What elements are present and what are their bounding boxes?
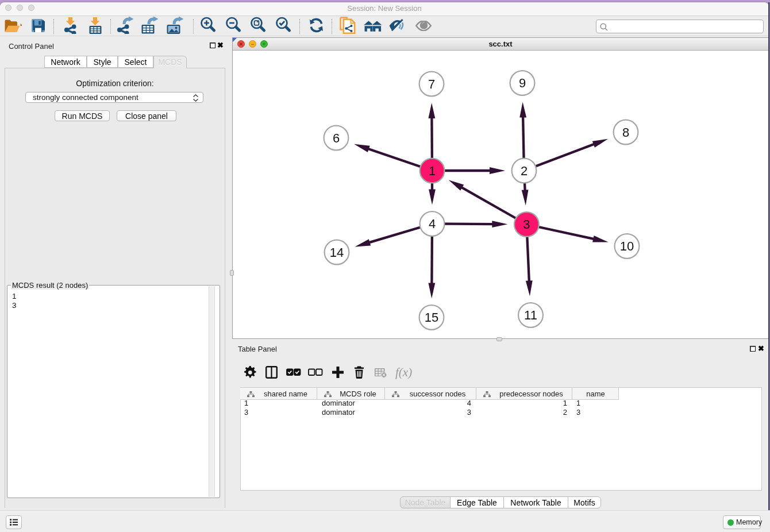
svg-text:9: 9: [519, 76, 526, 90]
svg-text:6: 6: [333, 131, 340, 145]
svg-text:11: 11: [524, 308, 537, 322]
svg-text:2: 2: [521, 164, 528, 178]
svg-text:10: 10: [620, 239, 634, 253]
svg-text:14: 14: [330, 245, 344, 260]
svg-text:3: 3: [523, 217, 530, 232]
svg-text:1: 1: [429, 164, 436, 178]
svg-text:7: 7: [428, 77, 435, 91]
svg-text:15: 15: [425, 310, 438, 325]
svg-text:8: 8: [622, 125, 629, 140]
svg-text:4: 4: [429, 217, 436, 231]
